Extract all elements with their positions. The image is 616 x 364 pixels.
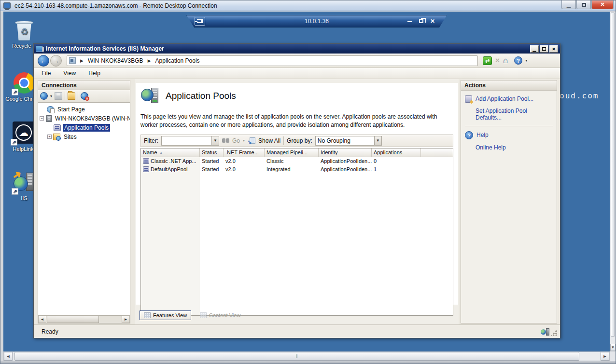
- show-all-icon: [248, 137, 255, 144]
- breadcrumb-server[interactable]: WIN-NKOK84V3BGB: [88, 57, 143, 64]
- tree-item-start-page[interactable]: Start Page: [38, 105, 130, 114]
- column-header-applications[interactable]: Applications: [372, 148, 421, 157]
- recycle-bin-icon: ♻: [13, 18, 36, 41]
- connections-toolbar: ▾ ✕: [38, 90, 130, 102]
- scrollbar-thumb[interactable]: ‖: [14, 352, 579, 361]
- selected-tree-label[interactable]: Application Pools: [63, 124, 110, 132]
- scrollbar-thumb[interactable]: [47, 316, 99, 323]
- table-row[interactable]: Classic .NET App... Started v2.0 Classic…: [141, 157, 453, 165]
- tree-item-sites[interactable]: + Sites: [38, 132, 130, 141]
- chevron-down-icon[interactable]: ▼: [211, 136, 219, 145]
- scroll-left-icon[interactable]: ◄: [4, 352, 13, 361]
- shortcut-arrow-icon: ↗: [12, 89, 18, 95]
- iis-close-button[interactable]: ✕: [549, 45, 558, 53]
- refresh-button[interactable]: ⇄: [483, 56, 492, 65]
- action-online-help[interactable]: Online Help: [476, 144, 553, 151]
- help-dropdown-icon[interactable]: ▾: [525, 58, 527, 63]
- save-connection-icon[interactable]: [55, 92, 62, 100]
- action-set-defaults[interactable]: Set Application Pool Defaults...: [476, 108, 553, 121]
- menu-view[interactable]: View: [58, 68, 81, 78]
- remote-desktop: 10.0.1.36 ✕ ♻ Recycle B ↗ Google Chrome …: [3, 12, 610, 351]
- go-button[interactable]: Go: [232, 137, 240, 144]
- scrollbar-thumb[interactable]: [611, 13, 615, 337]
- toolbar-separator: [511, 57, 511, 65]
- help-button[interactable]: ?: [514, 56, 522, 65]
- iis-manager-window: Internet Information Services (IIS) Mana…: [33, 43, 560, 338]
- connections-panel: Connections ▾ ✕ Start Page: [38, 80, 130, 324]
- action-help[interactable]: ? Help: [465, 131, 553, 139]
- group-by-select[interactable]: No Grouping▼: [315, 136, 382, 146]
- action-add-application-pool[interactable]: Add Application Pool...: [465, 95, 553, 103]
- chevron-right-icon: ▶: [80, 58, 84, 63]
- column-header-name[interactable]: Name▲: [141, 148, 200, 157]
- breadcrumb-page[interactable]: Application Pools: [155, 57, 200, 64]
- rdp-app-icon: [3, 2, 11, 9]
- rdp-bar-close-button[interactable]: ✕: [430, 18, 435, 24]
- iis-titlebar[interactable]: Internet Information Services (IIS) Mana…: [34, 44, 560, 54]
- scroll-right-icon[interactable]: ►: [601, 352, 609, 361]
- maximize-icon: [542, 47, 546, 51]
- toolbar-separator: [283, 136, 284, 145]
- rdp-horizontal-scrollbar[interactable]: ◄ ‖ ►: [3, 351, 610, 361]
- table-row[interactable]: DefaultAppPool Started v2.0 Integrated A…: [141, 165, 453, 174]
- go-icon: [222, 138, 229, 143]
- scrollbar-corner: [610, 351, 616, 361]
- shortcut-arrow-icon: ↗: [11, 139, 17, 146]
- iis-content: Connections ▾ ✕ Start Page: [34, 79, 560, 324]
- back-button[interactable]: ←: [38, 55, 49, 67]
- column-header-identity[interactable]: Identity: [319, 148, 372, 157]
- connections-header: Connections: [38, 80, 130, 90]
- menu-help[interactable]: Help: [84, 68, 105, 78]
- home-button[interactable]: ⌂: [503, 56, 508, 65]
- delete-connection-icon[interactable]: ✕: [81, 92, 88, 100]
- tab-content-view[interactable]: Content View: [196, 311, 244, 320]
- column-header-net-framework[interactable]: .NET Frame...: [224, 148, 265, 157]
- tree-item-server[interactable]: − WIN-NKOK84V3BGB (WIN-NKOK: [38, 114, 130, 123]
- toolbar-separator: [78, 92, 78, 100]
- iis-maximize-button[interactable]: [540, 45, 548, 53]
- scroll-down-icon[interactable]: ▼: [610, 344, 616, 351]
- rdp-vertical-scrollbar[interactable]: ▼: [610, 12, 616, 351]
- toolbar-separator: [65, 92, 65, 100]
- application-pools-icon: [54, 124, 61, 131]
- rdp-maximize-button[interactable]: [576, 0, 591, 9]
- stop-button[interactable]: ✕: [495, 57, 500, 64]
- rdp-window: ec2-54-210-163-48.compute-1.amazonaws.co…: [0, 0, 616, 364]
- app-pool-icon: [143, 166, 149, 172]
- rdp-close-button[interactable]: ✕: [591, 0, 614, 9]
- page-title: Application Pools: [166, 91, 236, 101]
- rdp-bar-restore-button[interactable]: [419, 19, 423, 23]
- column-header-status[interactable]: Status: [200, 148, 224, 157]
- page-description: This page lets you view and manage the l…: [140, 113, 449, 130]
- create-connection-icon[interactable]: [40, 92, 48, 100]
- connections-hscrollbar[interactable]: ◄ ►: [38, 315, 130, 324]
- filter-input[interactable]: ▼: [161, 136, 219, 146]
- tab-features-view[interactable]: Features View: [140, 310, 191, 320]
- connection-dropdown-icon[interactable]: ▾: [50, 94, 52, 98]
- collapse-icon[interactable]: −: [40, 116, 44, 121]
- column-header-pipeline[interactable]: Managed Pipeli...: [265, 148, 319, 157]
- actions-header: Actions: [461, 81, 557, 91]
- iis-address-bar: ← → ▶ WIN-NKOK84V3BGB ▶ Application Pool…: [34, 54, 560, 68]
- scroll-left-icon[interactable]: ◄: [38, 316, 46, 323]
- open-connection-icon[interactable]: [68, 92, 75, 100]
- rdp-titlebar[interactable]: ec2-54-210-163-48.compute-1.amazonaws.co…: [0, 0, 616, 11]
- rdp-bar-minimize-button[interactable]: [407, 21, 412, 22]
- window-bottom-frame: [0, 361, 616, 364]
- resize-grip[interactable]: [551, 330, 557, 336]
- iis-shortcut-icon: ➜ ↗: [13, 171, 36, 194]
- iis-minimize-button[interactable]: ▁: [530, 45, 539, 53]
- scroll-right-icon[interactable]: ►: [122, 316, 130, 323]
- go-dropdown-icon[interactable]: ▾: [243, 138, 245, 143]
- menu-file[interactable]: File: [37, 68, 56, 78]
- breadcrumb[interactable]: ▶ WIN-NKOK84V3BGB ▶ Application Pools: [67, 55, 478, 66]
- filter-toolbar: Filter: ▼ Go ▾ Show All Group by:: [140, 135, 453, 147]
- forward-button[interactable]: →: [50, 55, 62, 67]
- show-all-button[interactable]: Show All: [258, 137, 280, 144]
- tree-item-application-pools[interactable]: Application Pools: [38, 123, 130, 132]
- rdp-minimize-button[interactable]: ▁: [561, 0, 576, 9]
- application-pools-table: Name▲ Status .NET Frame... Managed Pipel…: [140, 148, 453, 316]
- expand-icon[interactable]: +: [47, 135, 52, 139]
- chevron-down-icon[interactable]: ▼: [374, 136, 381, 145]
- server-status-icon: [541, 328, 549, 336]
